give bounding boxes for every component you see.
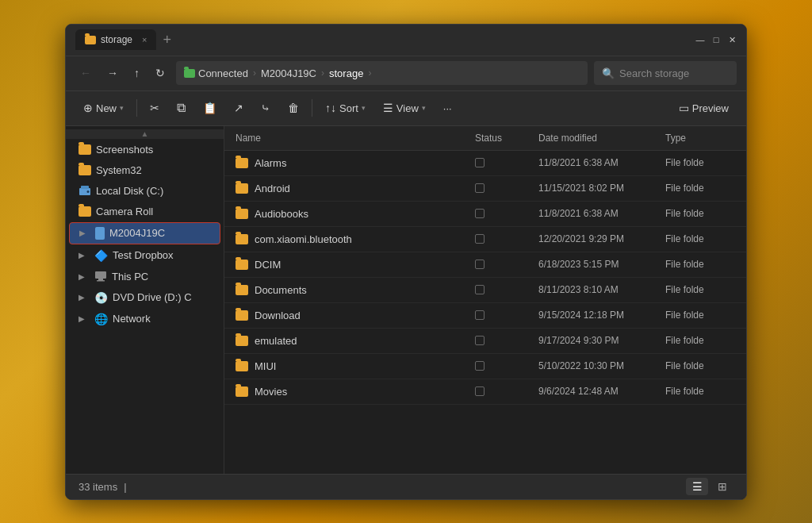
new-tab-button[interactable]: +	[163, 32, 171, 48]
share-button[interactable]: ↗	[226, 98, 251, 118]
view-icon: ☰	[383, 102, 393, 114]
status-bar: 33 items | ☰ ⊞	[66, 474, 746, 499]
tab-close-button[interactable]: ×	[142, 35, 147, 44]
new-chevron-icon: ▾	[120, 104, 124, 112]
folder-icon	[236, 234, 248, 244]
file-type-cell: File folde	[661, 281, 740, 298]
breadcrumb-part2[interactable]: M2004J19C	[261, 67, 316, 79]
table-row[interactable]: Android 11/15/2021 8:02 PM File folde	[224, 176, 746, 202]
file-name-cell: Android	[231, 179, 470, 198]
paste-button[interactable]: 📋	[195, 98, 224, 118]
nav-refresh-button[interactable]: ↻	[151, 63, 170, 83]
file-type-cell: File folde	[661, 205, 740, 222]
nav-back-button[interactable]: ←	[75, 63, 96, 83]
window-controls: — □ ✕	[695, 35, 737, 44]
file-date-cell: 9/17/2024 9:30 PM	[534, 332, 661, 349]
file-date-cell: 11/15/2021 8:02 PM	[534, 179, 661, 197]
sidebar-item-system32[interactable]: System32	[69, 160, 220, 180]
table-row[interactable]: Alarms 11/8/2021 6:38 AM File folde	[224, 151, 746, 176]
cut-button[interactable]: ✂	[142, 98, 167, 118]
breadcrumb-bar[interactable]: Connected › M2004J19C › storage ›	[176, 61, 588, 85]
status-box	[475, 260, 485, 269]
sidebar-item-camera-roll[interactable]: Camera Roll	[69, 202, 220, 221]
sidebar-item-screenshots[interactable]: Screenshots	[69, 140, 220, 160]
svg-rect-3	[95, 271, 106, 279]
file-type-cell: File folde	[661, 179, 740, 197]
sidebar-item-this-pc[interactable]: ▶ This PC	[69, 267, 220, 286]
sidebar-item-test-dropbox[interactable]: ▶ 🔷 Test Dropbox	[69, 245, 220, 266]
active-tab[interactable]: storage ×	[75, 29, 156, 50]
status-bar-view-toggles: ☰ ⊞	[686, 478, 733, 495]
table-row[interactable]: DCIM 6/18/2023 5:15 PM File folde	[224, 252, 746, 278]
chevron-dropbox-icon: ▶	[79, 251, 90, 260]
nav-forward-button[interactable]: →	[102, 63, 123, 83]
file-name: Audiobooks	[255, 208, 308, 220]
breadcrumb-part1[interactable]: Connected	[198, 67, 248, 79]
sidebar-item-network[interactable]: ▶ 🌐 Network	[69, 309, 220, 329]
breadcrumb-part3[interactable]: storage	[329, 67, 363, 79]
paste-icon: 📋	[203, 102, 216, 114]
network-icon: 🌐	[94, 313, 108, 325]
chevron-network-icon: ▶	[79, 314, 90, 323]
thispc-icon	[94, 271, 107, 282]
sidebar-item-local-disk[interactable]: Local Disk (C:)	[69, 181, 220, 201]
table-row[interactable]: Movies 9/6/2024 12:48 AM File folde	[224, 379, 746, 405]
move-button[interactable]: ⤷	[253, 98, 278, 118]
copy-button[interactable]: ⧉	[169, 97, 193, 119]
column-header-name[interactable]: Name	[231, 129, 470, 147]
status-box	[475, 386, 485, 396]
sort-icon: ↑↓	[325, 102, 336, 114]
file-name-cell: Alarms	[231, 154, 470, 172]
search-box[interactable]: 🔍	[594, 61, 737, 85]
table-row[interactable]: Documents 8/11/2023 8:10 AM File folde	[224, 278, 746, 303]
file-type-cell: File folde	[661, 230, 740, 248]
folder-icon	[236, 285, 248, 295]
delete-button[interactable]: 🗑	[280, 98, 307, 118]
title-bar: storage × + — □ ✕	[66, 25, 746, 56]
file-type-cell: File folde	[661, 383, 740, 400]
table-row[interactable]: com.xiaomi.bluetooth 12/20/2021 9:29 PM …	[224, 227, 746, 252]
column-header-type[interactable]: Type	[661, 129, 740, 147]
more-button[interactable]: ···	[435, 98, 460, 118]
sidebar-item-m2004j19c[interactable]: ▶ M2004J19C	[69, 222, 220, 244]
status-box	[475, 183, 485, 193]
sort-button[interactable]: ↑↓ Sort ▾	[317, 98, 373, 118]
minimize-button[interactable]: —	[695, 35, 705, 44]
search-input[interactable]	[619, 67, 729, 79]
status-box	[475, 285, 485, 294]
svg-point-2	[87, 190, 90, 193]
grid-view-button[interactable]: ⊞	[711, 478, 733, 495]
column-header-date[interactable]: Date modified	[534, 129, 661, 147]
sidebar-label-camera-roll: Camera Roll	[96, 206, 153, 217]
collapse-handle[interactable]: ▲	[66, 129, 224, 139]
sidebar-item-dvd-drive[interactable]: ▶ 💿 DVD Drive (D:) C	[69, 287, 220, 308]
file-name: Download	[255, 310, 301, 321]
table-row[interactable]: Audiobooks 11/8/2021 6:38 AM File folde	[224, 202, 746, 227]
table-row[interactable]: MIUI 5/10/2022 10:30 PM File folde	[224, 354, 746, 379]
file-status-cell	[470, 282, 534, 298]
copy-icon: ⧉	[177, 101, 186, 115]
sidebar-label-dvd: DVD Drive (D:) C	[113, 291, 192, 303]
file-type-cell: File folde	[661, 154, 740, 171]
close-button[interactable]: ✕	[727, 35, 737, 44]
nav-up-button[interactable]: ↑	[129, 63, 144, 83]
table-row[interactable]: Download 9/15/2024 12:18 PM File folde	[224, 303, 746, 329]
new-button[interactable]: ⊕ New ▾	[75, 98, 132, 118]
view-button[interactable]: ☰ View ▾	[375, 98, 434, 118]
sidebar: ▲ Screenshots System32 Local Disk (C:)	[66, 126, 224, 474]
sidebar-label-system32: System32	[96, 164, 142, 176]
table-row[interactable]: emulated 9/17/2024 9:30 PM File folde	[224, 329, 746, 354]
file-status-cell	[470, 333, 534, 348]
file-rows-container: Alarms 11/8/2021 6:38 AM File folde Andr…	[224, 151, 746, 405]
preview-button[interactable]: ▭ Preview	[671, 98, 737, 118]
file-date-cell: 9/15/2024 12:18 PM	[534, 306, 661, 324]
file-status-cell	[470, 358, 534, 374]
sidebar-label-this-pc: This PC	[112, 271, 148, 283]
view-chevron-icon: ▾	[422, 104, 426, 112]
list-view-button[interactable]: ☰	[686, 478, 708, 495]
file-name-cell: MIUI	[231, 357, 470, 375]
file-date-cell: 9/6/2024 12:48 AM	[534, 383, 661, 400]
column-header-status[interactable]: Status	[470, 129, 534, 147]
maximize-button[interactable]: □	[711, 35, 721, 44]
localdisk-icon	[79, 185, 91, 196]
